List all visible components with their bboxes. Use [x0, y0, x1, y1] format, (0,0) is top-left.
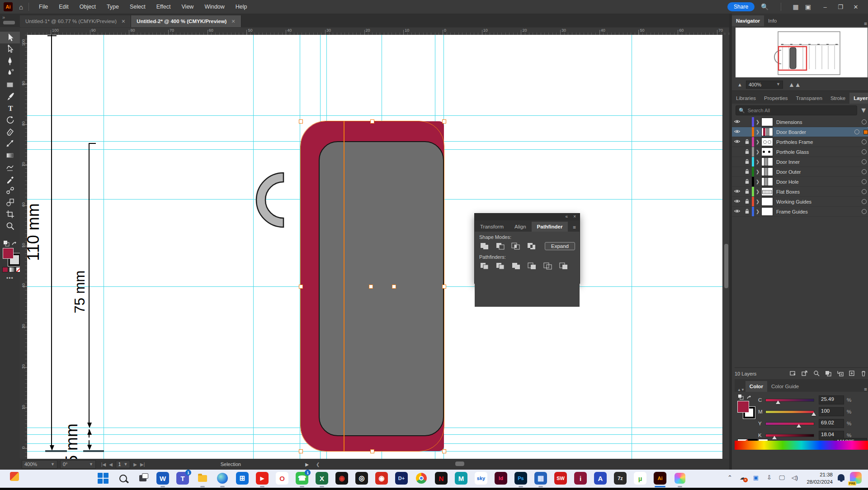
layer-thumbnail[interactable]	[761, 167, 773, 176]
restore-button[interactable]: ❐	[833, 4, 848, 10]
layer-target-icon[interactable]	[862, 139, 867, 144]
layer-row-door-boarder[interactable]: ❯Door Boarder	[732, 127, 868, 137]
rotate-tool[interactable]	[0, 114, 20, 126]
layer-target-icon[interactable]	[862, 119, 867, 124]
lock-toggle-icon[interactable]	[742, 209, 752, 215]
selection-handle[interactable]	[299, 285, 303, 289]
eyedropper-tool[interactable]	[0, 173, 20, 185]
tray-blue-app-icon[interactable]: ▣	[753, 474, 759, 481]
visibility-toggle-icon[interactable]	[732, 209, 742, 214]
expand-layer-icon[interactable]: ❯	[754, 199, 761, 204]
vertical-ruler[interactable]: 1009080706050403020100	[20, 35, 28, 459]
taskbar-file-explorer-icon[interactable]	[196, 472, 209, 485]
layer-thumbnail[interactable]	[761, 207, 773, 216]
layer-row-flat-boxes[interactable]: ❯Flat Boxes	[732, 187, 868, 197]
rectangle-tool[interactable]	[0, 79, 20, 90]
close-button[interactable]: ✕	[848, 4, 863, 10]
tray-tray-chevron-icon[interactable]: ⌃	[727, 474, 732, 481]
new-layer-icon[interactable]	[848, 370, 855, 378]
minimize-button[interactable]: –	[817, 4, 833, 10]
new-sublayer-icon[interactable]	[836, 370, 844, 378]
layer-thumbnail[interactable]	[761, 138, 773, 146]
color-spectrum-bar[interactable]	[735, 441, 868, 450]
selection-handle[interactable]	[442, 449, 446, 453]
channel-value-input[interactable]: 69.02	[819, 419, 844, 428]
menu-effect[interactable]: Effect	[152, 2, 175, 12]
status-readout[interactable]: Selection	[188, 461, 274, 467]
lock-toggle-icon[interactable]	[742, 179, 752, 185]
taskbar-word-icon[interactable]: W	[156, 472, 169, 485]
expand-layer-icon[interactable]: ❯	[754, 179, 761, 184]
taskbar-creative-cloud-icon[interactable]	[674, 472, 686, 485]
slider-handle[interactable]	[811, 412, 816, 416]
layer-target-icon[interactable]	[862, 169, 867, 174]
expand-layer-icon[interactable]: ❯	[754, 169, 761, 174]
taskbar-photoshop-icon[interactable]: Ps	[514, 472, 527, 485]
horizontal-scroll-thumb[interactable]	[455, 461, 464, 466]
visibility-toggle-icon[interactable]	[732, 129, 742, 135]
vertical-guide[interactable]	[253, 35, 254, 459]
menu-window[interactable]: Window	[200, 2, 229, 12]
layer-thumbnail[interactable]	[761, 177, 773, 186]
selection-handle[interactable]	[392, 285, 396, 289]
panel-layout-icon[interactable]: ▣	[805, 3, 811, 10]
curvature-tool[interactable]	[0, 67, 20, 79]
search-input[interactable]: 🔍 Search All	[736, 105, 857, 115]
expand-button[interactable]: Expand	[545, 242, 575, 250]
toolbar-expander[interactable]: »	[0, 14, 20, 27]
layer-target-icon[interactable]	[862, 209, 867, 214]
menu-view[interactable]: View	[177, 2, 198, 12]
visibility-toggle-icon[interactable]	[732, 119, 742, 125]
layer-row-door-outer[interactable]: ❯Door Outer	[732, 167, 868, 177]
visibility-toggle-icon[interactable]	[732, 189, 742, 195]
direct-selection-tool[interactable]	[0, 43, 20, 55]
expand-layer-icon[interactable]: ❯	[754, 149, 761, 154]
swap-fill-stroke-icon[interactable]	[0, 239, 20, 247]
slider-handle[interactable]	[772, 436, 777, 439]
taskbar-opera-icon[interactable]: O	[276, 472, 288, 485]
selection-handle[interactable]	[370, 119, 374, 124]
taskbar-media-app-2-icon[interactable]: ◎	[355, 472, 368, 485]
taskbar-media-app-1-icon[interactable]: ◉	[335, 472, 348, 485]
vertical-scrollbar[interactable]	[722, 35, 730, 459]
share-button[interactable]: Share	[727, 2, 755, 11]
gradient-tool[interactable]	[0, 149, 20, 161]
panel-menu-icon[interactable]: ≡	[573, 224, 576, 232]
lock-toggle-icon[interactable]	[742, 189, 752, 195]
tab-navigator[interactable]: Navigator	[732, 15, 764, 26]
layer-target-icon[interactable]	[862, 159, 867, 164]
menu-file[interactable]: File	[34, 2, 52, 12]
tab-libraries[interactable]: Libraries	[732, 93, 760, 104]
fill-swatch[interactable]	[3, 248, 14, 259]
layer-thumbnail[interactable]	[761, 128, 773, 136]
expand-layer-icon[interactable]: ❯	[754, 119, 761, 124]
workspace-switcher-icon[interactable]: ▦	[793, 3, 799, 10]
layer-thumbnail[interactable]	[761, 197, 773, 206]
taskbar-task-view-icon[interactable]	[137, 472, 149, 485]
taskbar-clock[interactable]: 21:38 28/02/2024	[807, 471, 833, 485]
selection-handle[interactable]	[299, 449, 303, 453]
artboard-tool[interactable]	[0, 208, 20, 220]
tab-transparen[interactable]: Transparen	[792, 93, 826, 104]
gradient-mode-button[interactable]	[9, 267, 15, 272]
widgets-icon[interactable]	[10, 472, 19, 481]
expand-layer-icon[interactable]: ❯	[754, 139, 761, 144]
filter-icon[interactable]: ▼	[860, 106, 867, 114]
layer-row-frame-guides[interactable]: ❯Frame Guides	[732, 207, 868, 217]
document-tab-2[interactable]: Untitled-2* @ 400 % (CMYK/Preview)✕	[131, 15, 241, 27]
expand-layer-icon[interactable]: ❯	[754, 129, 761, 134]
lock-toggle-icon[interactable]	[742, 139, 752, 145]
visibility-toggle-icon[interactable]	[732, 199, 742, 205]
layer-target-icon[interactable]	[862, 199, 867, 204]
notifications-bell-icon[interactable]	[838, 474, 844, 480]
delete-layer-icon[interactable]	[860, 370, 867, 378]
intersect-icon[interactable]	[511, 242, 522, 250]
taskbar-excel-icon[interactable]: X	[316, 472, 328, 485]
document-tab-1[interactable]: Untitled-1* @ 60.77 % (CMYK/Preview)✕	[20, 15, 131, 27]
taskbar-microsoft-store-icon[interactable]: ⊞	[236, 472, 249, 485]
navigator-preview[interactable]	[732, 26, 868, 79]
zoom-level-select[interactable]: 400%▼	[22, 460, 57, 469]
trim-icon[interactable]	[495, 262, 506, 270]
zoom-tool[interactable]	[0, 220, 20, 232]
taskbar-youtube-icon[interactable]: ▶	[256, 472, 269, 485]
